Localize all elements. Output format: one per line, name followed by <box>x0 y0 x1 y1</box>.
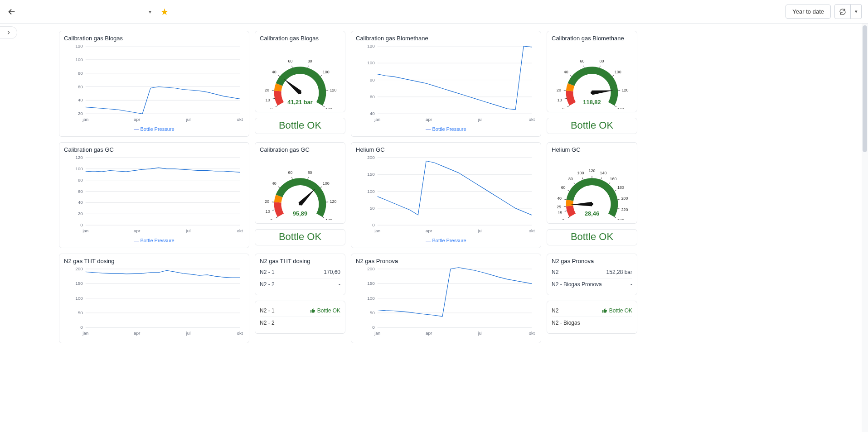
side-panel-toggle[interactable] <box>0 26 17 39</box>
svg-text:160: 160 <box>610 177 617 181</box>
svg-text:80: 80 <box>308 170 312 175</box>
panel-cal-gc-status[interactable]: Bottle OK <box>255 229 345 245</box>
svg-text:120: 120 <box>330 199 337 204</box>
thumbs-up-icon <box>310 308 315 313</box>
svg-text:40: 40 <box>370 111 375 116</box>
line-chart: 050100150200janaprjulokt <box>356 155 536 236</box>
star-icon[interactable]: ★ <box>160 6 169 17</box>
svg-text:10: 10 <box>558 98 562 102</box>
panel-title: Calibration gas Biomethane <box>356 35 536 42</box>
back-button[interactable] <box>6 6 17 17</box>
panel-n2-pronova-values[interactable]: N2 gas Pronova N2 152,28 bar N2 - Biogas… <box>547 254 637 295</box>
svg-text:150: 150 <box>75 281 83 286</box>
panel-helium-gc-gauge[interactable]: Helium GC 015254060801001201401601802002… <box>547 142 637 224</box>
status-text: Bottle OK <box>571 120 613 131</box>
kv-item: N2 Bottle OK <box>552 305 632 317</box>
refresh-menu-button[interactable]: ▾ <box>851 4 862 19</box>
kv-value: 170,60 <box>324 269 340 275</box>
svg-text:240: 240 <box>617 218 624 220</box>
scrollbar-thumb[interactable] <box>863 25 867 152</box>
svg-text:80: 80 <box>600 59 604 63</box>
svg-text:10: 10 <box>266 209 270 214</box>
svg-line-22 <box>278 75 280 77</box>
svg-text:100: 100 <box>367 189 375 194</box>
svg-line-147 <box>617 199 620 200</box>
svg-line-137 <box>582 178 583 180</box>
panel-cal-biogas-status[interactable]: Bottle OK <box>255 118 345 134</box>
kv-key: N2 - Biogas <box>552 320 580 326</box>
panel-title: Calibration gas Biomethane <box>552 35 624 42</box>
refresh-button[interactable] <box>834 4 851 19</box>
kv-item: N2 152,28 bar <box>552 266 632 278</box>
line-chart: 406080100120janaprjulokt <box>356 43 536 125</box>
svg-line-53 <box>564 98 567 99</box>
panel-title: Calibration gas Biogas <box>260 35 319 42</box>
svg-text:20: 20 <box>78 111 83 116</box>
svg-text:apr: apr <box>426 117 432 122</box>
svg-text:180: 180 <box>617 185 624 190</box>
bottle-ok-badge: Bottle OK <box>602 307 632 314</box>
row-1: Calibration gas Biogas 20406080100120jan… <box>59 31 809 137</box>
svg-text:120: 120 <box>75 43 83 48</box>
dashboard-selector-caret[interactable]: ▾ <box>149 9 151 15</box>
svg-text:50: 50 <box>370 206 375 211</box>
panel-cal-biomethane-gauge[interactable]: Calibration gas Biomethane 0102040608010… <box>547 31 637 112</box>
scrollbar[interactable] <box>862 24 868 350</box>
svg-line-51 <box>567 106 569 106</box>
panel-cal-gc-gauge[interactable]: Calibration gas GC 010204060801001201409… <box>255 142 345 224</box>
svg-text:jan: jan <box>374 331 380 336</box>
panel-n2-pronova-line[interactable]: N2 gas Pronova 050100150200janaprjulokt <box>351 254 541 343</box>
panel-n2-tht-line[interactable]: N2 gas THT dosing 050100150200janaprjulo… <box>59 254 249 343</box>
svg-line-63 <box>612 75 614 77</box>
svg-text:40: 40 <box>78 97 83 102</box>
svg-line-16 <box>276 106 277 106</box>
line-chart: 050100150200janaprjulokt <box>64 266 244 338</box>
kv-item: N2 - Biogas Pronova - <box>552 278 632 290</box>
time-range-button[interactable]: Year to date <box>786 5 831 19</box>
panel-n2-pronova-status[interactable]: N2 Bottle OK N2 - Biogas <box>547 301 637 334</box>
svg-text:60: 60 <box>78 84 83 89</box>
svg-text:80: 80 <box>308 59 312 63</box>
refresh-group: ▾ <box>834 4 862 19</box>
svg-text:60: 60 <box>580 59 584 63</box>
status-text: Bottle OK <box>571 231 613 243</box>
svg-text:100: 100 <box>577 171 584 175</box>
svg-text:okt: okt <box>529 228 534 233</box>
svg-line-151 <box>615 217 616 218</box>
panel-cal-biogas-line[interactable]: Calibration gas Biogas 20406080100120jan… <box>59 31 249 137</box>
svg-line-24 <box>292 66 292 68</box>
svg-text:40: 40 <box>272 181 276 186</box>
panel-title: Calibration gas Biogas <box>64 35 244 42</box>
panel-cal-biogas-gauge[interactable]: Calibration gas Biogas 01020406080100120… <box>255 31 345 112</box>
svg-text:jul: jul <box>186 117 191 122</box>
svg-text:0: 0 <box>372 325 375 330</box>
svg-text:60: 60 <box>288 170 292 175</box>
svg-text:apr: apr <box>426 228 432 233</box>
svg-point-70 <box>591 91 593 94</box>
gauge-chart: 0102040608010012014095,89 <box>260 157 340 220</box>
svg-line-125 <box>567 217 569 218</box>
dashboard-board: Calibration gas Biogas 20406080100120jan… <box>0 24 868 350</box>
panel-n2-tht-values[interactable]: N2 gas THT dosing N2 - 1 170,60 N2 - 2 - <box>255 254 345 295</box>
svg-text:20: 20 <box>78 211 83 216</box>
svg-text:140: 140 <box>600 171 607 175</box>
chart-legend: Bottle Pressure <box>356 238 536 243</box>
panel-helium-gc-status[interactable]: Bottle OK <box>547 229 637 245</box>
panel-cal-biomethane-status[interactable]: Bottle OK <box>547 118 637 134</box>
svg-text:140: 140 <box>325 218 332 220</box>
svg-text:100: 100 <box>75 166 83 171</box>
status-text: Bottle OK <box>279 120 321 131</box>
refresh-icon <box>839 8 846 15</box>
svg-text:20: 20 <box>265 88 269 92</box>
svg-text:60: 60 <box>78 189 83 194</box>
svg-text:100: 100 <box>367 296 375 301</box>
svg-text:apr: apr <box>134 228 141 233</box>
panel-helium-gc-line[interactable]: Helium GC 050100150200janaprjulokt Bottl… <box>351 142 541 248</box>
svg-text:60: 60 <box>370 94 375 99</box>
panel-cal-biomethane-line[interactable]: Calibration gas Biomethane 406080100120j… <box>351 31 541 137</box>
svg-line-106 <box>323 217 325 218</box>
panel-n2-tht-status[interactable]: N2 - 1 Bottle OK N2 - 2 <box>255 301 345 334</box>
svg-line-57 <box>570 75 572 77</box>
svg-text:jan: jan <box>82 331 88 336</box>
panel-cal-gc-line[interactable]: Calibration gas GC 020406080100120janapr… <box>59 142 249 248</box>
